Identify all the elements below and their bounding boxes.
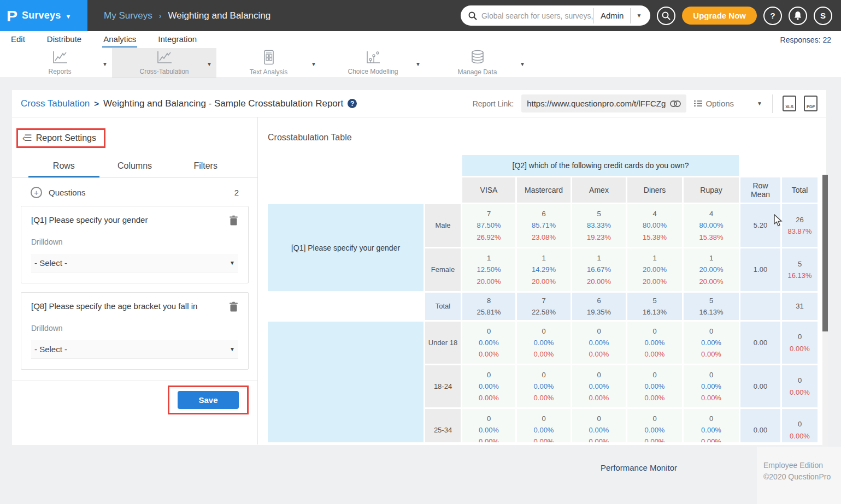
report-link-box[interactable]: https://www.questionpro.com/t/lFFCZg <box>521 94 686 112</box>
total-row-cell: 722.58% <box>517 293 571 320</box>
search-submit-button[interactable] <box>657 7 675 25</box>
total-row-cell: 619.35% <box>572 293 626 320</box>
spacer-cell <box>782 155 818 176</box>
report-link-url[interactable]: https://www.questionpro.com/t/lFFCZg <box>527 99 666 108</box>
document-grid-icon <box>263 50 275 67</box>
drilldown-select[interactable]: - Select -▼ <box>31 254 238 272</box>
report-settings-panel: ‹☰ Report Settings RowsColumnsFilters + … <box>12 117 258 444</box>
toolbar-item-choice-modelling[interactable]: Choice Modelling▼ <box>321 48 425 78</box>
settings-tab-columns[interactable]: Columns <box>99 157 170 177</box>
notifications-button[interactable] <box>789 7 807 25</box>
toolbar-item-manage-data[interactable]: Manage Data▼ <box>425 48 530 78</box>
report-help-icon[interactable]: ? <box>348 99 357 108</box>
export-pdf-button[interactable]: PDF <box>804 96 818 111</box>
export-xls-button[interactable]: XLS <box>783 96 796 111</box>
nav-tab-distribute[interactable]: Distribute <box>46 32 83 48</box>
row-question-label <box>268 322 424 442</box>
drilldown-select[interactable]: - Select -▼ <box>31 340 238 359</box>
database-icon <box>470 50 485 67</box>
grand-total-cell: 31 <box>782 293 818 320</box>
crosstab-data-cell: 00.00%0.00% <box>684 322 739 364</box>
link-icon[interactable] <box>670 100 681 107</box>
spacer-cell <box>268 293 424 320</box>
chevron-down-icon[interactable]: ▼ <box>520 61 525 67</box>
search-scope-label[interactable]: Admin <box>594 11 631 20</box>
row-label: Female <box>425 248 461 291</box>
options-caret-icon[interactable]: ▼ <box>757 100 762 106</box>
crosstab-row-total: Total825.81%722.58%619.35%516.13%516.13%… <box>268 293 818 320</box>
crosstab-data-cell: 00.00%0.00% <box>572 409 626 442</box>
crosstab-row-under-18: Under 1800.00%0.00%00.00%0.00%00.00%0.00… <box>268 322 818 364</box>
save-button[interactable]: Save <box>178 391 239 409</box>
account-avatar[interactable]: S <box>814 7 832 25</box>
row-label: Male <box>425 204 461 247</box>
toolbar-item-text-analysis[interactable]: Text Analysis▼ <box>216 48 321 78</box>
add-question-icon[interactable]: + <box>31 187 42 198</box>
report-settings-toggle[interactable]: ‹☰ Report Settings <box>22 133 96 143</box>
row-label: Under 18 <box>425 322 461 364</box>
total-column-header: Total <box>782 177 818 203</box>
upgrade-now-button[interactable]: Upgrade Now <box>682 7 757 25</box>
drilldown-select-value: - Select - <box>34 345 67 354</box>
chevron-down-icon[interactable]: ▼ <box>207 61 212 67</box>
chevron-down-icon[interactable]: ▼ <box>102 61 108 67</box>
total-row-cell: 516.13% <box>627 293 682 320</box>
chevron-down-icon[interactable]: ▼ <box>415 61 421 67</box>
analytics-toolbar: Reports▼Cross-Tabulation▼Text Analysis▼C… <box>0 48 841 78</box>
report-settings-label: Report Settings <box>36 133 96 143</box>
global-search-box: Admin ▼ <box>461 5 650 26</box>
options-list-icon <box>694 100 702 107</box>
breadcrumb-separator-icon: › <box>159 11 162 20</box>
breadcrumb-my-surveys[interactable]: My Surveys <box>104 10 152 21</box>
crosstab-heading: Crosstabulation Table <box>268 133 826 143</box>
chevron-down-icon[interactable]: ▼ <box>311 61 316 67</box>
crosstab-data-cell: 00.00%0.00% <box>462 409 515 442</box>
row-total-cell: 516.13% <box>782 248 818 291</box>
toolbar-item-cross-tabulation[interactable]: Cross-Tabulation▼ <box>112 48 216 78</box>
row-total-cell: 00.00% <box>782 322 818 364</box>
global-search-input[interactable] <box>481 11 593 20</box>
edition-info: Employee Edition ©2020 QuestionPro <box>757 447 841 504</box>
column-header-mastercard: Mastercard <box>517 177 571 203</box>
performance-monitor-link[interactable]: Performance Monitor <box>601 463 677 472</box>
settings-tabs: RowsColumnsFilters <box>12 157 257 178</box>
trash-icon[interactable] <box>229 301 238 314</box>
row-total-cell: 00.00% <box>782 365 818 407</box>
spacer-cell <box>425 155 461 176</box>
crosstab-data-cell: 00.00%0.00% <box>684 365 739 407</box>
edition-line1: Employee Edition <box>763 460 836 471</box>
help-button[interactable]: ? <box>763 7 782 25</box>
nav-tab-integration[interactable]: Integration <box>157 32 198 48</box>
vertical-scrollbar-track[interactable] <box>822 175 828 470</box>
cross-tabulation-link[interactable]: Cross Tabulation <box>21 98 90 109</box>
crosstab-data-cell: 685.71%23.08% <box>517 204 571 247</box>
page-footer: Performance Monitor Employee Edition ©20… <box>0 445 841 504</box>
save-annotation-box: Save <box>168 386 249 414</box>
crosstab-data-cell: 120.00%20.00% <box>627 248 682 291</box>
questions-label: Questions <box>49 188 86 197</box>
question-card: [Q1] Please specify your genderDrilldown… <box>21 206 249 283</box>
column-header-rupay: Rupay <box>684 177 739 203</box>
report-settings-annotation-box: ‹☰ Report Settings <box>16 128 105 148</box>
nav-tab-analytics[interactable]: Analytics <box>102 32 137 48</box>
vertical-scrollbar-thumb[interactable] <box>822 175 828 331</box>
crosstab-table-viewport: [Q2] which of the following credit cards… <box>268 153 826 442</box>
options-menu[interactable]: Options <box>694 99 734 108</box>
spacer-cell <box>268 155 424 176</box>
surveys-product-menu[interactable]: P Surveys ▼ <box>0 0 87 31</box>
crosstab-data-cell: 00.00%0.00% <box>627 322 682 364</box>
settings-tab-rows[interactable]: Rows <box>28 157 99 177</box>
questions-count-badge: 2 <box>234 188 239 197</box>
crosstab-data-cell: 583.33%19.23% <box>572 204 626 247</box>
trash-icon[interactable] <box>229 215 238 228</box>
question-card-title: [Q8] Please specify the age bracket you … <box>31 301 229 311</box>
settings-tab-filters[interactable]: Filters <box>170 157 241 177</box>
crosstab-data-cell: 00.00%0.00% <box>517 409 571 442</box>
scatter-chart-icon <box>366 50 381 67</box>
sidebar-divider <box>12 381 257 381</box>
nav-tab-edit[interactable]: Edit <box>10 32 26 48</box>
search-scope-caret-icon[interactable]: ▼ <box>631 13 648 19</box>
toolbar-item-reports[interactable]: Reports▼ <box>8 48 112 78</box>
breadcrumb-current-survey: Weighting and Balancing <box>168 10 270 21</box>
crosstab-data-cell: 112.50%20.00% <box>462 248 515 291</box>
